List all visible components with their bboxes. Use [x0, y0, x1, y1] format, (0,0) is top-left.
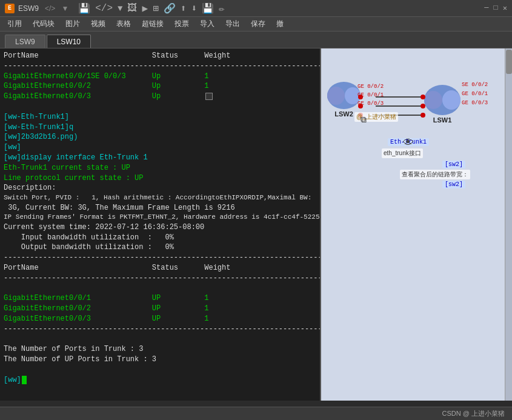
- port-ge002-lsw2: GE 0/0/1: [357, 92, 384, 98]
- menu-export[interactable]: 导出: [221, 18, 245, 30]
- port-ge001-lsw2: GE 0/0/2: [357, 84, 384, 90]
- term-hw: IP Sending Frames' Format is PKTFMT_ETHN…: [4, 213, 316, 222]
- status-bar: CSDN @ 上进小菜猪: [0, 407, 512, 420]
- term-ge002: GigabitEthernet0/0/2 UP 1: [4, 304, 316, 314]
- term-prompt-2: [ww-Eth-Trunk1]q: [4, 122, 316, 133]
- term-portname2: PortName Status Weight: [4, 263, 316, 273]
- icon-pencil: ✏: [219, 2, 225, 15]
- term-ge001: GigabitEthernet0/0/1 UP 1: [4, 293, 316, 304]
- menu-save[interactable]: 保存: [246, 18, 270, 30]
- menu-import[interactable]: 导入: [195, 18, 219, 30]
- eye-icon[interactable]: 👁: [403, 136, 414, 149]
- close-icon[interactable]: ✕: [503, 4, 507, 13]
- term-prompt-1: [ww-Eth-Trunk1]: [4, 112, 316, 122]
- main-layout: PortName Status Weight -----------------…: [0, 48, 512, 401]
- title-separator: </>: [45, 4, 55, 13]
- tab-lsw10[interactable]: LSW10: [47, 35, 91, 48]
- scrollbar-thumb[interactable]: [506, 50, 512, 74]
- term-line-sep1: ----------------------------------------…: [4, 61, 316, 72]
- title-extra: ▼: [61, 4, 68, 13]
- term-prompt-3: [ww]2b3d2b16.png): [4, 132, 316, 142]
- icon-floppy: 💾: [202, 2, 214, 15]
- term-ge003: GigabitEthernet0/0/3 UP 1: [4, 314, 316, 324]
- term-bw: 3G, Current BW: 3G, The Maximum Frame Le…: [4, 203, 316, 213]
- port-ge001-lsw1: GE 0/0/1: [462, 91, 488, 97]
- lsw1-body: [424, 85, 460, 115]
- term-sep3: ----------------------------------------…: [4, 273, 316, 284]
- term-num-ports: The Number of Ports in Trunk : 3: [4, 344, 316, 355]
- term-prompt-4: [ww]: [4, 142, 316, 153]
- icon-download: ⬇: [191, 2, 197, 15]
- term-line-1: PortName Status Weight: [4, 51, 316, 61]
- term-sep4: ----------------------------------------…: [4, 324, 316, 335]
- icon-image: 🖼: [127, 2, 137, 14]
- term-eth-state: Eth-Trunk1 current state : UP: [4, 163, 316, 173]
- term-switch-port: Switch Port, PVID : 1, Hash arithmetic :…: [4, 193, 316, 202]
- port-se002-lsw1: SE 0/0/2: [462, 82, 488, 88]
- term-line-state: Line protocol current state : UP: [4, 173, 316, 184]
- icon-table: ⊞: [153, 2, 159, 15]
- copy-icon[interactable]: ⧉: [361, 115, 367, 125]
- tab-bar: LSW9 LSW10: [0, 32, 512, 48]
- overlay-bandwidth-label: 查看聚合后的链路带宽：: [400, 170, 470, 179]
- lsw1-label: LSW1: [433, 116, 452, 124]
- port-ge003-lsw2: GE 0/0/3: [357, 101, 384, 107]
- term-blank-4: [4, 365, 316, 375]
- lsw2-body: [327, 82, 361, 109]
- overlay-eth-trunk-port: eth_trunk接口: [382, 148, 423, 158]
- diagram-scrollbar[interactable]: [505, 48, 512, 401]
- term-desc: Description:: [4, 183, 316, 193]
- overlay-sw2-1: [sw2]: [442, 161, 465, 168]
- status-text: CSDN @ 上进小菜猪: [442, 409, 505, 418]
- term-sep2: ----------------------------------------…: [4, 253, 316, 263]
- menu-video[interactable]: 视频: [86, 18, 110, 30]
- term-line-port3: GigabitEthernet0/0/3 Up: [4, 92, 316, 102]
- term-output-bw: Output bandwidth utilization : 0%: [4, 242, 316, 253]
- menu-bar: 引用 代码块 图片 视频 表格 超链接 投票 导入 导出 保存 撤: [0, 17, 512, 32]
- port-ge003-lsw1: GE 0/0/3: [462, 100, 488, 106]
- app-title: ESW9: [18, 4, 39, 13]
- terminal-panel[interactable]: PortName Status Weight -----------------…: [0, 48, 321, 401]
- maximize-icon[interactable]: □: [494, 4, 498, 13]
- icon-save: 💾: [78, 2, 90, 15]
- tab-lsw9[interactable]: LSW9: [5, 35, 45, 48]
- icon-video: ▶: [142, 2, 148, 15]
- term-time: Current system time: 2022-07-12 16:36:25…: [4, 222, 316, 233]
- menu-vote[interactable]: 投票: [170, 18, 194, 30]
- term-display-cmd: [ww]display interface Eth-Trunk 1: [4, 153, 316, 163]
- term-prompt-final: [ww]: [4, 375, 316, 385]
- icon-upload: ⬆: [181, 2, 187, 15]
- lsw2-label: LSW2: [334, 110, 353, 118]
- term-num-up: The Number of UP Ports in Trunk : 3: [4, 355, 316, 365]
- title-bar-left: E ESW9 </> ▼: [5, 4, 68, 13]
- term-blank-3: [4, 335, 316, 345]
- minimize-icon[interactable]: ─: [484, 4, 488, 13]
- window-controls[interactable]: ─ □ ✕: [484, 4, 507, 13]
- term-blank-1: [4, 102, 316, 112]
- term-blank-2: [4, 284, 316, 294]
- menu-table[interactable]: 表格: [111, 18, 136, 30]
- device-lsw1: LSW1: [424, 85, 460, 124]
- overlay-sw2-2: [sw2]: [442, 181, 465, 188]
- menu-cite[interactable]: 引用: [2, 18, 27, 30]
- menu-hyperlink[interactable]: 超链接: [137, 18, 168, 30]
- menu-image[interactable]: 图片: [61, 18, 85, 30]
- term-input-bw: Input bandwidth utilization : 0%: [4, 233, 316, 243]
- app-icon: E: [5, 4, 15, 13]
- title-bar: E ESW9 </> ▼ 💾 </> ▼ 🖼 ▶ ⊞ 🔗 ⬆ ⬇ 💾 ✏ ─ □…: [0, 0, 512, 17]
- menu-code[interactable]: 代码块: [28, 18, 59, 30]
- term-line-port2: GigabitEthernet0/0/2 Up 1: [4, 81, 316, 92]
- menu-undo[interactable]: 撤: [271, 18, 288, 30]
- icon-link: 🔗: [164, 2, 176, 15]
- icon-code: </>: [95, 3, 113, 14]
- icon-down: ▼: [118, 4, 122, 13]
- diagram-panel: LSW2 LSW1 GE 0/0/2 GE 0/0/1 GE 0/0/3 SE …: [321, 48, 512, 401]
- term-line-port1: GigabitEthernet0/0/1SE 0/0/3 Up 1: [4, 72, 316, 82]
